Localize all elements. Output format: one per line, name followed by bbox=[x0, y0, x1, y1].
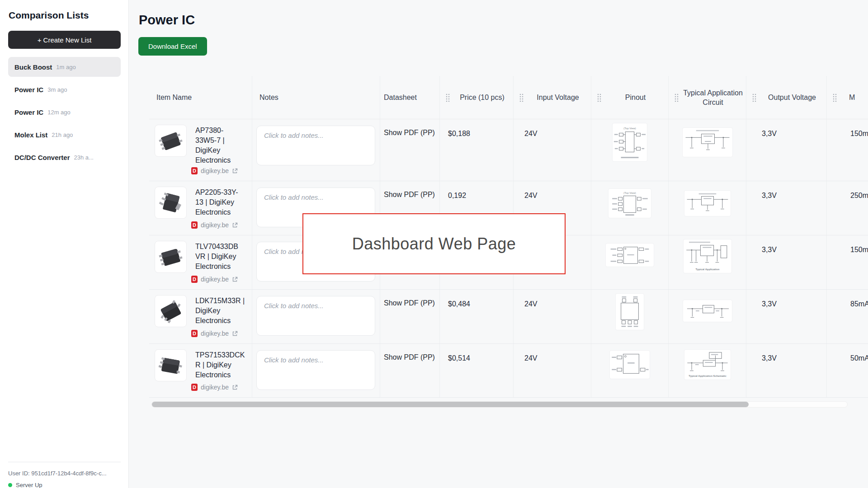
horizontal-scrollbar-thumb[interactable] bbox=[152, 402, 749, 407]
list-timestamp: 1m ago bbox=[56, 64, 75, 70]
item-name: LDK715M33R | DigiKey Electronics bbox=[195, 296, 248, 326]
column-drag-handle-icon[interactable] bbox=[519, 93, 524, 102]
list-name: DC/DC Converter bbox=[14, 154, 70, 161]
datasheet-link[interactable]: Show PDF (PP) bbox=[384, 129, 435, 137]
application-circuit-cell bbox=[668, 290, 746, 343]
pinout-image[interactable] bbox=[605, 243, 654, 267]
item-cell: TLV70433DB VR | DigiKey Electronics D di… bbox=[149, 235, 252, 289]
max-current-cell: 150mA bbox=[826, 119, 868, 181]
overlay-text: Dashboard Web Page bbox=[352, 235, 516, 253]
column-drag-handle-icon[interactable] bbox=[445, 93, 450, 102]
digikey-logo-icon: D bbox=[191, 276, 198, 283]
column-header-price: Price (10 pcs) bbox=[439, 76, 513, 119]
list-timestamp: 12m ago bbox=[47, 109, 71, 116]
price-cell: $0,514 bbox=[439, 344, 513, 397]
datasheet-link[interactable]: Show PDF (PP) bbox=[384, 299, 435, 307]
column-header-application-circuit: Typical Application Circuit bbox=[668, 76, 746, 119]
sidebar-item-dcdc-converter[interactable]: DC/DC Converter 23h a... bbox=[8, 147, 121, 167]
sidebar-item-power-ic-1[interactable]: Power IC 3m ago bbox=[8, 80, 121, 99]
pinout-image[interactable]: (Top View) bbox=[612, 123, 647, 162]
create-new-list-button[interactable]: + Create New List bbox=[8, 31, 121, 49]
digikey-logo-icon: D bbox=[191, 330, 198, 337]
list-timestamp: 3m ago bbox=[47, 86, 67, 93]
pinout-cell: (Top View) bbox=[591, 181, 668, 235]
page-title: Power IC bbox=[139, 13, 195, 28]
product-photo[interactable] bbox=[155, 187, 187, 219]
column-drag-handle-icon[interactable] bbox=[832, 93, 837, 102]
column-header-input-voltage: Input Voltage bbox=[513, 76, 591, 119]
sidebar-item-buck-boost[interactable]: Buck Boost 1m ago bbox=[8, 57, 121, 77]
svg-text:(Top View): (Top View) bbox=[623, 192, 636, 194]
svg-text:Typical Application: Typical Application bbox=[695, 268, 719, 271]
column-header-max-current: M bbox=[826, 76, 868, 119]
pinout-cell bbox=[591, 290, 668, 343]
external-link-icon bbox=[232, 277, 238, 282]
notes-input[interactable]: Click to add notes... bbox=[256, 296, 375, 336]
external-link-icon bbox=[232, 331, 238, 337]
digikey-logo-icon: D bbox=[191, 221, 198, 229]
application-circuit-image[interactable]: Typical Application Schematic bbox=[684, 349, 731, 380]
supplier-link[interactable]: D digikey.be bbox=[191, 167, 238, 174]
notes-cell: Click to add notes... bbox=[252, 344, 380, 397]
user-id-label: User ID: 951cd1f7-12b4-4cdf-8f9c-c... bbox=[8, 470, 123, 477]
supplier-link[interactable]: D digikey.be bbox=[191, 330, 238, 337]
external-link-icon bbox=[232, 222, 238, 228]
product-photo[interactable] bbox=[155, 295, 187, 327]
horizontal-scrollbar[interactable] bbox=[151, 401, 848, 408]
application-circuit-image[interactable] bbox=[684, 190, 731, 216]
product-photo[interactable] bbox=[155, 125, 187, 157]
supplier-link[interactable]: D digikey.be bbox=[191, 384, 238, 391]
supplier-link[interactable]: D digikey.be bbox=[191, 276, 238, 283]
output-voltage-cell: 3,3V bbox=[746, 344, 826, 397]
sidebar: Comparison Lists + Create New List Buck … bbox=[0, 0, 129, 488]
digikey-logo-icon: D bbox=[191, 167, 198, 174]
table-row: LDK715M33R | DigiKey Electronics D digik… bbox=[149, 289, 868, 343]
download-excel-button[interactable]: Download Excel bbox=[138, 37, 207, 56]
sidebar-divider bbox=[8, 462, 121, 462]
application-circuit-image[interactable] bbox=[682, 127, 733, 157]
pinout-image[interactable] bbox=[609, 350, 650, 379]
column-drag-handle-icon[interactable] bbox=[674, 93, 679, 102]
application-circuit-cell bbox=[668, 119, 746, 181]
svg-text:(Top View): (Top View) bbox=[623, 127, 636, 130]
price-cell: $0,188 bbox=[439, 119, 513, 181]
column-header-output-voltage: Output Voltage bbox=[746, 76, 826, 119]
product-photo[interactable] bbox=[155, 241, 187, 273]
application-circuit-cell: Typical Application Schematic bbox=[668, 344, 746, 397]
external-link-icon bbox=[232, 385, 238, 390]
pinout-cell bbox=[591, 235, 668, 289]
svg-text:Typical Application Schematic: Typical Application Schematic bbox=[689, 375, 726, 377]
sidebar-title: Comparison Lists bbox=[9, 10, 89, 21]
application-circuit-cell: Typical Application bbox=[668, 235, 746, 289]
supplier-domain: digikey.be bbox=[201, 276, 229, 283]
notes-input[interactable]: Click to add notes... bbox=[256, 126, 375, 165]
item-cell: LDK715M33R | DigiKey Electronics D digik… bbox=[149, 290, 252, 343]
datasheet-link[interactable]: Show PDF (PP) bbox=[384, 353, 435, 361]
pinout-cell bbox=[591, 344, 668, 397]
column-drag-handle-icon[interactable] bbox=[597, 93, 602, 102]
product-photo[interactable] bbox=[155, 349, 187, 381]
table-row: AP7380- 33W5-7 | DigiKey Electronics D d… bbox=[149, 119, 868, 181]
server-status: Server Up bbox=[8, 482, 42, 488]
supplier-link[interactable]: D digikey.be bbox=[191, 221, 238, 229]
pinout-image[interactable]: (Top View) bbox=[608, 188, 651, 218]
server-status-dot-icon bbox=[8, 483, 12, 487]
pinout-image[interactable] bbox=[615, 293, 644, 330]
sidebar-item-molex-list[interactable]: Molex List 21h ago bbox=[8, 125, 121, 145]
table-row: TPS71533DCK R | DigiKey Electronics D di… bbox=[149, 343, 868, 398]
list-name: Power IC bbox=[14, 108, 43, 116]
notes-cell: Click to add notes... bbox=[252, 290, 380, 343]
notes-input[interactable]: Click to add notes... bbox=[256, 350, 375, 390]
datasheet-cell: Show PDF (PP) bbox=[380, 290, 439, 343]
input-voltage-cell: 24V bbox=[513, 344, 591, 397]
application-circuit-image[interactable] bbox=[683, 300, 732, 322]
output-voltage-cell: 3,3V bbox=[746, 290, 826, 343]
column-drag-handle-icon[interactable] bbox=[752, 93, 757, 102]
datasheet-link[interactable]: Show PDF (PP) bbox=[384, 191, 435, 199]
max-current-cell: 50mA bbox=[826, 344, 868, 397]
comparison-list-nav: Buck Boost 1m ago Power IC 3m ago Power … bbox=[8, 57, 121, 170]
sidebar-item-power-ic-2[interactable]: Power IC 12m ago bbox=[8, 102, 121, 122]
table-header-row: Item Name Notes Datasheet Price (10 pcs)… bbox=[149, 76, 868, 119]
application-circuit-image[interactable]: Typical Application bbox=[683, 239, 732, 273]
item-name: TPS71533DCK R | DigiKey Electronics bbox=[195, 350, 248, 380]
